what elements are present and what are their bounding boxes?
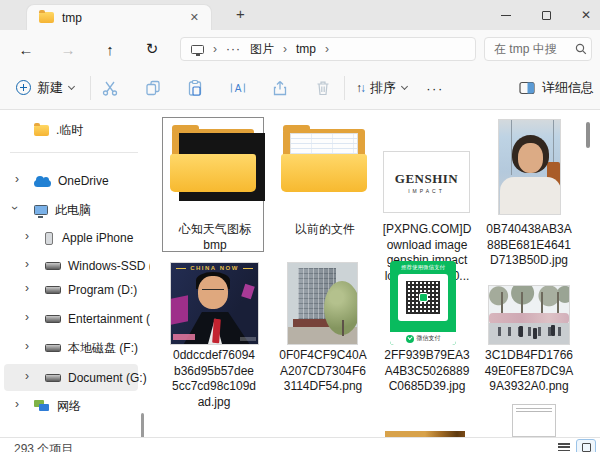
sort-button[interactable]: ↑↓ 排序	[350, 66, 413, 109]
sidebar-item-label: OneDrive	[58, 174, 109, 188]
address-bar-row: ← → ↑ ↻ › ··· 图片 › tmp › 在 tmp 中搜	[0, 30, 600, 66]
chevron-right-icon[interactable]: ›	[15, 397, 19, 411]
navigation-pane: .临时 › OneDrive › 此电脑 › Apple iPhone › Wi…	[0, 110, 150, 437]
chevron-expanded-icon[interactable]: ›	[8, 206, 22, 210]
chevron-right-icon[interactable]: ›	[213, 42, 217, 56]
breadcrumb-item-pictures[interactable]: 图片	[250, 41, 274, 58]
sidebar-item-this-pc[interactable]: 此电脑	[34, 198, 91, 222]
new-button[interactable]: 新建	[10, 66, 80, 109]
sidebar-item-label: 本地磁盘 (F:)	[68, 340, 138, 357]
tab-close-icon[interactable]: ✕	[186, 10, 203, 25]
paste-icon	[186, 79, 204, 97]
drive-icon	[45, 286, 61, 294]
trash-icon	[314, 79, 332, 97]
sidebar-item-temp-folder[interactable]: .临时	[34, 118, 83, 142]
chevron-right-icon[interactable]: ›	[325, 42, 329, 56]
sort-icon: ↑↓	[356, 81, 364, 95]
sidebar-item-network[interactable]: 网络	[34, 394, 81, 418]
more-icon: ···	[426, 81, 444, 96]
chevron-right-icon[interactable]: ›	[25, 369, 29, 383]
sidebar-item-program-d[interactable]: Program (D:)	[45, 278, 137, 302]
file-name[interactable]: 0ddccdef76094b36d95b57dee 5cc7cd98c109da…	[162, 348, 266, 410]
delete-button[interactable]	[311, 76, 335, 100]
copy-button[interactable]	[141, 76, 165, 100]
file-name[interactable]: 3C1DB4FD176649E0FE87DC9A 9A3932A0.png	[477, 348, 581, 395]
sidebar-divider	[10, 152, 138, 153]
breadcrumb-item-tmp[interactable]: tmp	[296, 42, 316, 56]
search-input[interactable]: 在 tmp 中搜	[485, 41, 573, 58]
file-item-park-photo[interactable]	[488, 285, 570, 345]
file-item-portrait-photo[interactable]	[498, 119, 561, 215]
share-icon	[271, 79, 289, 97]
sidebar-item-entertainment[interactable]: Entertainment (	[45, 307, 150, 331]
onedrive-icon	[34, 180, 51, 187]
content-scrollbar-thumb[interactable]	[586, 122, 590, 148]
this-pc-icon[interactable]	[191, 45, 204, 54]
file-name[interactable]: 2FF939B79EA3A4B3C5026889 C0685D39.jpg	[375, 348, 479, 395]
cut-button[interactable]	[98, 76, 122, 100]
sidebar-item-windows-ssd[interactable]: Windows-SSD (	[45, 254, 153, 278]
chevron-right-icon[interactable]: ›	[15, 172, 19, 186]
file-name[interactable]: 0F0F4CF9C40AA207CD7304F6 3114DF54.png	[271, 348, 375, 395]
plus-circle-icon	[16, 80, 31, 95]
paste-button[interactable]	[183, 76, 207, 100]
phone-icon	[45, 232, 53, 245]
file-name[interactable]: 0B740438AB3A88BE681E4641 D713B50D.jpg	[477, 222, 581, 269]
file-item-old-files-folder[interactable]	[281, 124, 367, 192]
close-icon: ✕	[581, 8, 591, 22]
tab-bar: tmp ✕ + ✕	[0, 0, 600, 30]
sidebar-item-label: Document (G:)	[68, 371, 147, 385]
chevron-right-icon[interactable]: ›	[25, 281, 29, 295]
rename-button[interactable]: A	[226, 76, 250, 100]
back-button[interactable]: ←	[14, 37, 38, 61]
list-view-icon[interactable]	[558, 443, 570, 451]
search-box[interactable]: 在 tmp 中搜	[484, 37, 592, 61]
up-button[interactable]: ↑	[98, 37, 122, 61]
share-button[interactable]	[268, 76, 292, 100]
sidebar-item-onedrive[interactable]: OneDrive	[34, 169, 109, 193]
file-item-partial-document[interactable]	[512, 404, 556, 437]
refresh-button[interactable]: ↻	[140, 37, 164, 61]
file-item-building-photo[interactable]	[287, 262, 358, 345]
chevron-right-icon[interactable]: ›	[25, 257, 29, 271]
drive-icon	[45, 374, 61, 382]
close-button[interactable]: ✕	[566, 0, 600, 30]
file-item-weather-folder[interactable]: N/A	[170, 124, 256, 192]
details-pane-button[interactable]: 详细信息	[512, 66, 600, 109]
tab-tmp[interactable]: tmp ✕	[26, 4, 212, 30]
details-pane-label: 详细信息	[542, 79, 594, 97]
sidebar-item-document-g[interactable]: Document (G:)	[45, 366, 147, 390]
file-item-genshin-logo[interactable]: GENSHIN IMPACT	[383, 151, 470, 213]
svg-text:A: A	[235, 83, 242, 94]
check-icon	[406, 335, 414, 343]
sort-button-label: 排序	[370, 79, 396, 97]
minimize-button[interactable]	[486, 0, 526, 30]
minimize-icon	[501, 15, 511, 16]
breadcrumb-overflow-icon[interactable]: ···	[226, 42, 241, 56]
address-bar[interactable]: › ··· 图片 › tmp ›	[180, 37, 476, 61]
sidebar-item-label: 网络	[57, 398, 81, 415]
thumbnail-view-button[interactable]	[576, 439, 596, 452]
forward-button[interactable]: →	[56, 37, 80, 61]
maximize-button[interactable]	[526, 0, 566, 30]
sidebar-item-label: Program (D:)	[68, 283, 137, 297]
new-tab-button[interactable]: +	[228, 3, 253, 24]
wechat-pay-label: 微信支付	[390, 332, 456, 345]
chevron-right-icon[interactable]: ›	[25, 310, 29, 324]
drive-icon	[45, 262, 61, 270]
file-item-tv-photo[interactable]: CHINA NOW	[170, 262, 259, 345]
chevron-down-icon	[401, 82, 408, 89]
see-more-button[interactable]: ···	[420, 76, 450, 100]
status-bar: 293 个项目	[0, 437, 600, 452]
chevron-right-icon[interactable]: ›	[283, 42, 287, 56]
scissors-icon	[101, 79, 119, 97]
file-item-wechat-qr[interactable]: 推荐使用微信支付 微信支付	[390, 261, 456, 345]
command-bar: 新建 A	[0, 66, 600, 110]
sidebar-item-apple-iphone[interactable]: Apple iPhone	[45, 226, 133, 250]
toolbar-divider	[344, 76, 345, 100]
chevron-right-icon[interactable]: ›	[25, 229, 29, 243]
file-name[interactable]: 以前的文件	[273, 222, 377, 238]
sidebar-item-local-disk-f[interactable]: 本地磁盘 (F:)	[45, 336, 138, 360]
file-name[interactable]: 心知天气图标bmp	[163, 222, 267, 253]
chevron-right-icon[interactable]: ›	[25, 339, 29, 353]
